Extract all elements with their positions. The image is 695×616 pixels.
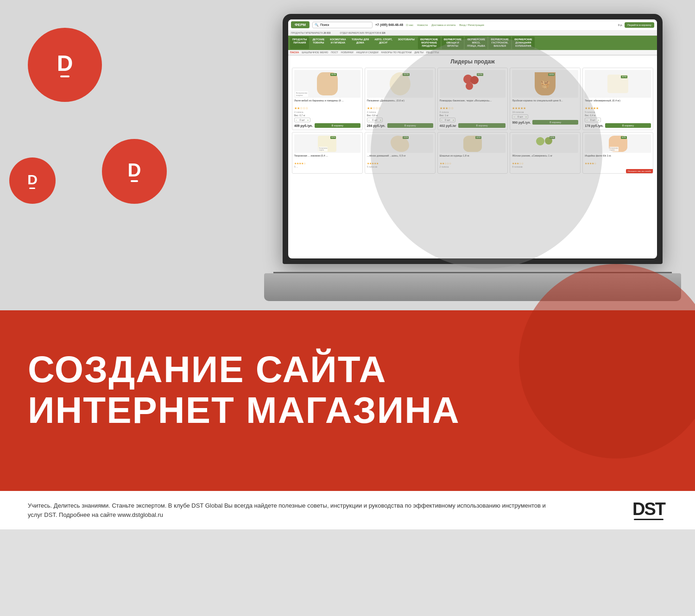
subnav-sales[interactable]: АКЦИИ И СКИДКИ [356, 51, 379, 54]
footer-section: Учитесь. Делитесь знаниями. Станьте эксп… [0, 491, 695, 529]
hypermarket-count: ПРОДУКТЫ ГИПЕРМАРКЕТА 26 833 [291, 31, 331, 34]
product-img-1: ФЕРМ Контрольнаяпокупка [294, 70, 360, 98]
product-card-6: ФЕРМ Контрольнаяпокупка Творожная ... из… [292, 132, 363, 174]
cart-button[interactable]: Перейти в корзину [625, 22, 654, 28]
subnav-post[interactable]: ПОСТ [331, 51, 338, 54]
chat-widget[interactable]: Напишите нам, мы онлайн [626, 169, 653, 173]
product-name-5: Творог обезжиренный, (0,4 кг) [585, 99, 651, 106]
nav-products[interactable]: ПРОДУКТЫПИТАНИЯ [290, 37, 309, 49]
add-cart-5[interactable]: В корзину [605, 123, 651, 128]
subnav-easter[interactable]: ПАСХА [290, 51, 299, 54]
product-img-5: ФЕРМ [585, 70, 651, 98]
qty-val-1: 0 шт [298, 119, 307, 121]
qty-plus-1[interactable]: + [306, 118, 310, 122]
headline-line2: ИНТЕРНЕТ МАГАЗИНА [28, 390, 667, 431]
product-img-6: ФЕРМ Контрольнаяпокупка [294, 134, 360, 153]
nav-news[interactable]: Новости [417, 24, 428, 26]
subnav-diets[interactable]: ДИЕТЫ [414, 51, 423, 54]
page-wrapper: D D ФЕРМ 🔍 [0, 0, 695, 616]
dst-laptop-letter: D [128, 161, 141, 179]
nav-cosmetics[interactable]: КОСМЕТИКАИ ГИГИЕНА [328, 37, 348, 49]
footer-dst-line [634, 519, 663, 520]
bottom-section: СОЗДАНИЕ САЙТА ИНТЕРНЕТ МАГАЗИНА [0, 310, 695, 491]
headline-line1: СОЗДАНИЕ САЙТА [28, 349, 667, 390]
nav-home[interactable]: ТОВАРЫ ДЛЯДОМА [349, 37, 371, 49]
category-bar: ПРОДУКТЫ ГИПЕРМАРКЕТА 26 833 ОТДЕЛ ФЕРМЕ… [288, 31, 657, 36]
footer-dst-logo: DST [630, 500, 667, 520]
dst-circle-small: D [9, 157, 56, 204]
site-nav-links: О нас Новости Доставка и оплата Вход / Р… [406, 24, 484, 26]
dst-circle-large: D [28, 28, 102, 102]
product-card-1: ФЕРМ Контрольнаяпокупка Люля-кебаб из ба… [292, 68, 363, 130]
nav-children[interactable]: ДЕТСКИЕТОВАРЫ [310, 37, 327, 49]
add-cart-1[interactable]: В корзину [315, 123, 360, 128]
nav-pets[interactable]: ЗООТОВАРЫ [396, 37, 417, 49]
footer-dst-letters: DST [632, 500, 665, 518]
nav-about[interactable]: О нас [406, 24, 413, 26]
product-price-1: 409 руб./уп. [294, 124, 313, 127]
dst-large-letter: D [57, 52, 73, 75]
qty-control-1: − 0 шт + [294, 118, 310, 122]
nav-login[interactable]: Вход / Регистрация [459, 24, 484, 26]
site-phone: +7 (495) 648-48-48 [375, 23, 403, 26]
farm-count: ОТДЕЛ ФЕРМЕРСКИХ ПРОДУКТОВ 6 326 [340, 31, 385, 34]
qty-minus-1[interactable]: − [295, 118, 298, 122]
dst-small-line [29, 188, 35, 189]
site-logo: ФЕРМ [291, 21, 310, 28]
subnav-recipes[interactable]: НАБОРЫ ПО РЕЦЕПТАМ [381, 51, 412, 54]
search-placeholder: Поиск [320, 23, 329, 26]
product-stars-1: ★★☆☆☆ [294, 107, 360, 110]
product-votes-6: 5 ... [294, 165, 360, 168]
product-price-row-1: − 0 шт + [294, 118, 360, 122]
product-name-1: Люля-кебаб из баранины и говядины (6 ... [294, 99, 360, 106]
product-stars-6: ★★★★☆ [294, 162, 360, 165]
product-weight-1: Вес: 0,7 кг [294, 114, 360, 117]
deco-circle [371, 37, 602, 269]
footer-text: Учитесь. Делитесь знаниями. Станьте эксп… [28, 501, 561, 519]
nav-dairy[interactable]: ФЕРМЕРСКИЕМОЛОЧНЫЕПРОДУКТЫ [418, 37, 441, 49]
search-icon: 🔍 [315, 23, 319, 27]
product-votes-1: 2 голоса [294, 111, 360, 113]
dst-large-line [60, 75, 69, 77]
dst-circle-laptop: D [102, 139, 167, 204]
nav-delivery[interactable]: Доставка и оплата [431, 24, 455, 26]
site-top-bar: ФЕРМ 🔍 Поиск +7 (495) 648-48-48 О нас Но… [288, 19, 657, 31]
dst-small-letter: D [27, 173, 38, 187]
site-search-box[interactable]: 🔍 Поиск [312, 22, 373, 28]
headline-text: СОЗДАНИЕ САЙТА ИНТЕРНЕТ МАГАЗИНА [0, 326, 695, 435]
product-stars-5: ★★★★★ [585, 107, 651, 110]
nav-sport[interactable]: АВТО, СПОРТ,ДОСУГ [372, 37, 394, 49]
dst-laptop-line [131, 180, 138, 182]
top-section: D D ФЕРМ 🔍 [0, 0, 695, 310]
subnav-new[interactable]: НОВИНКИ [341, 51, 354, 54]
subnav-bbq[interactable]: ШАШЛЫЧНОЕ МЕНЮ [302, 51, 328, 54]
product-controls-1: 409 руб./уп. В корзину [294, 123, 360, 128]
cart-price: 0 р. [618, 24, 623, 26]
qty-minus-2[interactable]: − [367, 118, 371, 122]
product-name-6: Творожная ... изюмом (0,4 ... [294, 154, 360, 161]
